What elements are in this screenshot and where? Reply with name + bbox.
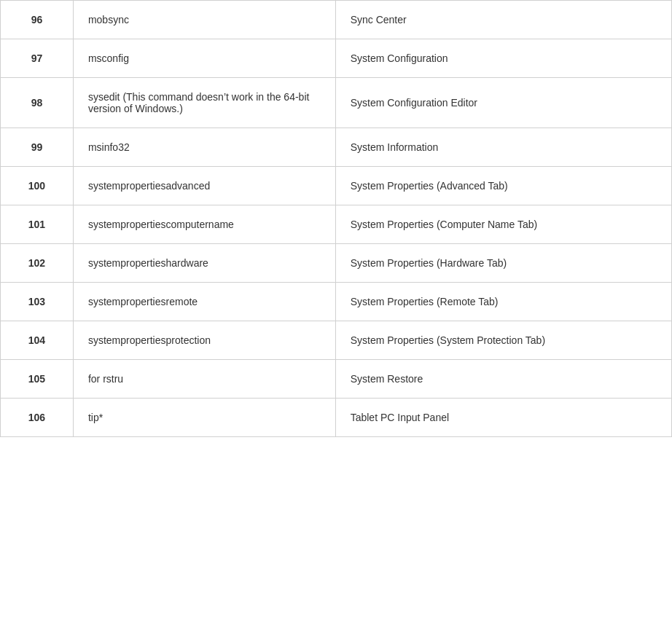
- row-number: 105: [1, 360, 74, 399]
- table-row: 101systempropertiescomputernameSystem Pr…: [1, 205, 672, 244]
- table-row: 105for rstruSystem Restore: [1, 360, 672, 399]
- table-row: 97msconfigSystem Configuration: [1, 39, 672, 78]
- table-row: 103systempropertiesremoteSystem Properti…: [1, 283, 672, 321]
- row-number: 101: [1, 205, 74, 244]
- description-cell: System Properties (Remote Tab): [335, 283, 671, 321]
- command-cell: systempropertiesprotection: [73, 321, 335, 360]
- table-row: 104systempropertiesprotectionSystem Prop…: [1, 321, 672, 360]
- row-number: 98: [1, 78, 74, 128]
- table-row: 106tip*Tablet PC Input Panel: [1, 399, 672, 437]
- description-cell: System Properties (Advanced Tab): [335, 167, 671, 205]
- command-cell: systempropertieshardware: [73, 244, 335, 283]
- row-number: 96: [1, 1, 74, 39]
- description-cell: System Properties (Hardware Tab): [335, 244, 671, 283]
- description-cell: Tablet PC Input Panel: [335, 399, 671, 437]
- row-number: 104: [1, 321, 74, 360]
- command-cell: msinfo32: [73, 128, 335, 167]
- table-row: 102systempropertieshardwareSystem Proper…: [1, 244, 672, 283]
- row-number: 106: [1, 399, 74, 437]
- command-cell: systempropertiesadvanced: [73, 167, 335, 205]
- description-cell: System Configuration Editor: [335, 78, 671, 128]
- row-number: 103: [1, 283, 74, 321]
- row-number: 99: [1, 128, 74, 167]
- table-row: 100systempropertiesadvancedSystem Proper…: [1, 167, 672, 205]
- table-row: 96mobsyncSync Center: [1, 1, 672, 39]
- description-cell: Sync Center: [335, 1, 671, 39]
- description-cell: System Properties (System Protection Tab…: [335, 321, 671, 360]
- description-cell: System Properties (Computer Name Tab): [335, 205, 671, 244]
- row-number: 100: [1, 167, 74, 205]
- command-cell: mobsync: [73, 1, 335, 39]
- command-cell: tip*: [73, 399, 335, 437]
- command-cell: sysedit (This command doesn’t work in th…: [73, 78, 335, 128]
- description-cell: System Information: [335, 128, 671, 167]
- table-row: 98sysedit (This command doesn’t work in …: [1, 78, 672, 128]
- command-cell: systempropertiesremote: [73, 283, 335, 321]
- row-number: 97: [1, 39, 74, 78]
- description-cell: System Restore: [335, 360, 671, 399]
- commands-table: 96mobsyncSync Center97msconfigSystem Con…: [0, 0, 672, 437]
- command-cell: msconfig: [73, 39, 335, 78]
- row-number: 102: [1, 244, 74, 283]
- table-row: 99msinfo32System Information: [1, 128, 672, 167]
- description-cell: System Configuration: [335, 39, 671, 78]
- command-cell: for rstru: [73, 360, 335, 399]
- command-cell: systempropertiescomputername: [73, 205, 335, 244]
